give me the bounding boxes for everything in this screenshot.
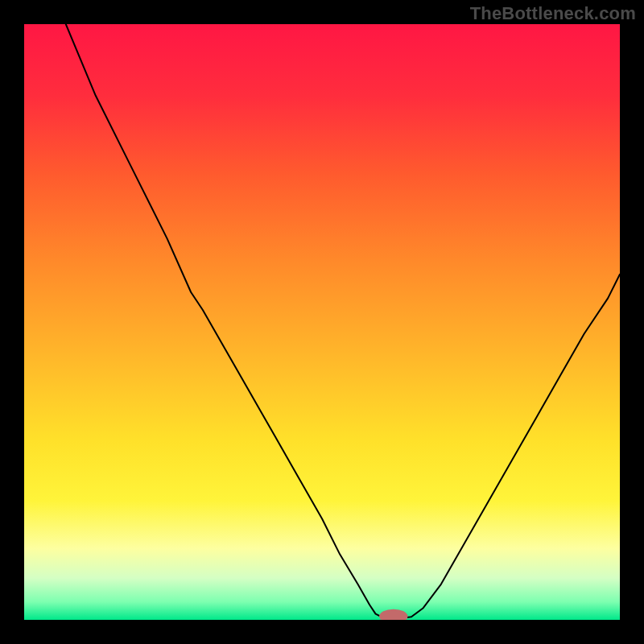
bottleneck-plot [24, 24, 620, 620]
plot-background [24, 24, 620, 620]
watermark: TheBottleneck.com [470, 3, 636, 24]
chart-frame: TheBottleneck.com [0, 0, 644, 644]
